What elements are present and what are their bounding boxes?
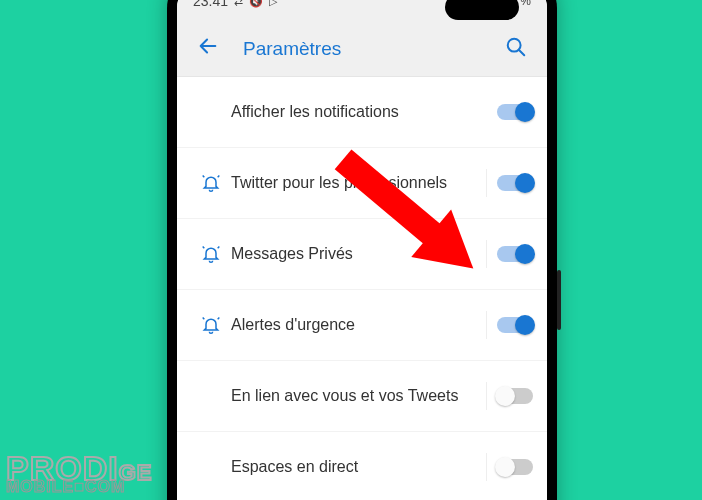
divider [486, 382, 487, 410]
phone-frame: 23:41 ⇄ 🔇 ▷ ◢ 🔋 75 % Paramètres Affi [167, 0, 557, 500]
row-label: Twitter pour les professionnels [231, 173, 476, 194]
svg-line-1 [519, 50, 525, 56]
row-espaces-direct[interactable]: Espaces en direct [177, 432, 547, 500]
phone-side-button [557, 270, 561, 330]
bell-icon [191, 315, 231, 335]
divider [486, 453, 487, 481]
arrow-left-icon [197, 35, 219, 57]
camera-notch [445, 0, 519, 20]
watermark: PRODIGE MOBILE■COM [6, 454, 152, 494]
back-button[interactable] [191, 29, 225, 69]
row-messages-prives[interactable]: Messages Privés [177, 219, 547, 290]
toggle-lien-tweets[interactable] [497, 388, 533, 404]
row-label: Afficher les notifications [231, 102, 497, 123]
status-time: 23:41 [193, 0, 228, 9]
row-alertes-urgence[interactable]: Alertes d'urgence [177, 290, 547, 361]
search-icon [505, 36, 527, 58]
bell-icon [191, 244, 231, 264]
status-icon-mute: 🔇 [249, 0, 263, 8]
toggle-twitter-pros[interactable] [497, 175, 533, 191]
page-title: Paramètres [243, 38, 499, 60]
settings-list: Afficher les notifications Twitter pour … [177, 77, 547, 500]
row-twitter-pros[interactable]: Twitter pour les professionnels [177, 148, 547, 219]
row-label: Messages Privés [231, 244, 476, 265]
toggle-messages-prives[interactable] [497, 246, 533, 262]
divider [486, 169, 487, 197]
bell-icon [191, 173, 231, 193]
search-button[interactable] [499, 30, 533, 68]
status-icon-shuffle: ⇄ [234, 0, 243, 8]
toggle-alertes-urgence[interactable] [497, 317, 533, 333]
toggle-espaces-direct[interactable] [497, 459, 533, 475]
row-lien-tweets[interactable]: En lien avec vous et vos Tweets [177, 361, 547, 432]
row-label: Alertes d'urgence [231, 315, 476, 336]
app-header: Paramètres [177, 22, 547, 77]
status-icon-play: ▷ [269, 0, 277, 8]
row-label: Espaces en direct [231, 457, 476, 478]
phone-screen: 23:41 ⇄ 🔇 ▷ ◢ 🔋 75 % Paramètres Affi [177, 0, 547, 500]
row-label: En lien avec vous et vos Tweets [231, 386, 476, 407]
row-show-notifications[interactable]: Afficher les notifications [177, 77, 547, 148]
divider [486, 240, 487, 268]
divider [486, 311, 487, 339]
toggle-show-notifications[interactable] [497, 104, 533, 120]
